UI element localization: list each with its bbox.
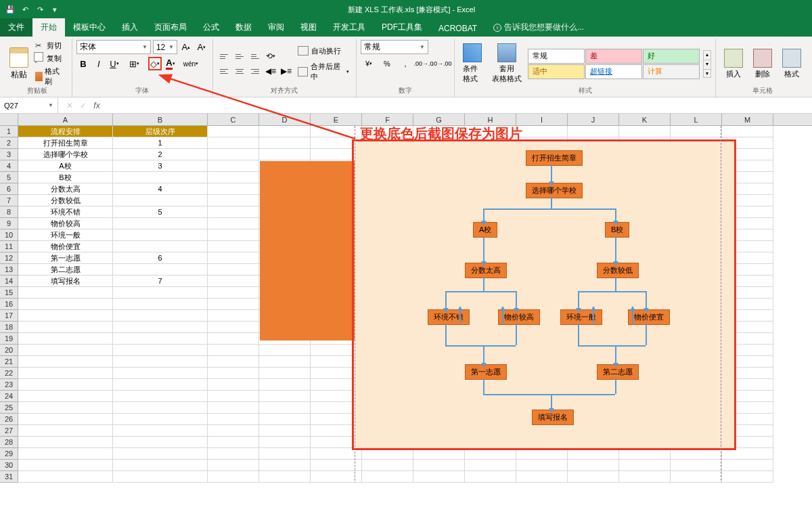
cell[interactable] bbox=[113, 229, 208, 241]
flowchart-node[interactable]: 选择哪个学校 bbox=[526, 183, 583, 198]
cell[interactable] bbox=[568, 126, 619, 137]
cell[interactable]: 填写报名 bbox=[18, 276, 113, 287]
cell[interactable] bbox=[259, 149, 311, 160]
insert-cells-button[interactable]: 插入 bbox=[720, 47, 747, 81]
border-button[interactable]: ⊞▾ bbox=[128, 57, 141, 70]
cell[interactable] bbox=[208, 229, 259, 241]
cell[interactable] bbox=[208, 172, 259, 183]
fx-button[interactable]: fx bbox=[91, 101, 103, 110]
column-header-K[interactable]: K bbox=[619, 114, 671, 125]
cell[interactable]: 6 bbox=[113, 252, 208, 264]
cell[interactable] bbox=[113, 356, 208, 368]
column-header-G[interactable]: G bbox=[413, 114, 465, 125]
underline-button[interactable]: U▾ bbox=[108, 57, 121, 70]
cell[interactable] bbox=[18, 379, 113, 391]
cell[interactable] bbox=[568, 460, 619, 471]
cell[interactable] bbox=[113, 310, 208, 322]
cell[interactable] bbox=[619, 460, 671, 471]
row-header[interactable]: 5 bbox=[0, 172, 18, 183]
cell[interactable] bbox=[413, 471, 465, 483]
cell[interactable]: 环境不错 bbox=[18, 206, 113, 218]
cell[interactable] bbox=[259, 379, 311, 391]
cell[interactable] bbox=[113, 172, 208, 183]
cell[interactable] bbox=[208, 437, 259, 448]
align-center-button[interactable] bbox=[233, 65, 246, 77]
bold-button[interactable]: B bbox=[76, 57, 90, 70]
cell[interactable] bbox=[113, 391, 208, 402]
cell[interactable]: 环境一般 bbox=[18, 229, 113, 241]
cell[interactable] bbox=[362, 460, 413, 471]
cell[interactable] bbox=[465, 460, 516, 471]
menu-data[interactable]: 数据 bbox=[227, 18, 260, 37]
cell[interactable] bbox=[113, 264, 208, 276]
paste-button[interactable]: 粘贴 bbox=[7, 46, 31, 82]
cell[interactable] bbox=[208, 206, 259, 218]
cell[interactable] bbox=[208, 356, 259, 368]
row-header[interactable]: 30 bbox=[0, 460, 18, 471]
flowchart-node[interactable]: 物价较高 bbox=[498, 309, 540, 325]
flowchart-node[interactable]: 打开招生简章 bbox=[526, 150, 583, 166]
cell[interactable] bbox=[208, 391, 259, 402]
menu-home[interactable]: 开始 bbox=[32, 18, 65, 37]
italic-button[interactable]: I bbox=[92, 57, 106, 70]
column-header-I[interactable]: I bbox=[516, 114, 568, 125]
cell[interactable] bbox=[259, 345, 311, 356]
cell[interactable] bbox=[516, 471, 568, 483]
row-header[interactable]: 6 bbox=[0, 183, 18, 195]
menu-pagelayout[interactable]: 页面布局 bbox=[146, 18, 195, 37]
cell[interactable] bbox=[619, 126, 671, 137]
style-bad[interactable]: 差 bbox=[585, 49, 642, 64]
row-header[interactable]: 9 bbox=[0, 218, 18, 229]
cell[interactable] bbox=[208, 195, 259, 206]
cell[interactable] bbox=[208, 460, 259, 471]
cell[interactable] bbox=[113, 241, 208, 252]
cell[interactable] bbox=[568, 471, 619, 483]
row-header[interactable]: 4 bbox=[0, 160, 18, 172]
cell[interactable] bbox=[113, 299, 208, 310]
flowchart-node[interactable]: 物价便宜 bbox=[628, 309, 670, 325]
redo-icon[interactable]: ↷ bbox=[34, 3, 46, 16]
align-left-button[interactable] bbox=[217, 65, 231, 77]
styles-more-button[interactable]: ▾ bbox=[704, 69, 710, 77]
align-top-button[interactable] bbox=[217, 50, 231, 62]
save-icon[interactable]: 💾 bbox=[4, 3, 16, 16]
cell[interactable] bbox=[18, 471, 113, 483]
column-header-E[interactable]: E bbox=[311, 114, 362, 125]
row-header[interactable]: 22 bbox=[0, 368, 18, 379]
cell[interactable] bbox=[208, 264, 259, 276]
cell[interactable] bbox=[208, 368, 259, 379]
cell[interactable]: 2 bbox=[113, 149, 208, 160]
cancel-icon[interactable]: ✕ bbox=[64, 101, 76, 110]
cell[interactable] bbox=[516, 126, 568, 137]
row-header[interactable]: 28 bbox=[0, 437, 18, 448]
cell[interactable] bbox=[113, 345, 208, 356]
cell[interactable]: 打开招生简章 bbox=[18, 137, 113, 149]
align-bottom-button[interactable] bbox=[248, 50, 262, 62]
cell[interactable]: 3 bbox=[113, 160, 208, 172]
row-header[interactable]: 23 bbox=[0, 379, 18, 391]
increase-font-button[interactable]: A▴ bbox=[179, 41, 193, 54]
column-header-F[interactable]: F bbox=[362, 114, 413, 125]
cell[interactable] bbox=[671, 460, 722, 471]
cell[interactable] bbox=[208, 310, 259, 322]
cell[interactable] bbox=[208, 160, 259, 172]
cell[interactable] bbox=[259, 402, 311, 414]
cell[interactable] bbox=[208, 183, 259, 195]
menu-review[interactable]: 审阅 bbox=[260, 18, 292, 37]
cell[interactable] bbox=[208, 414, 259, 425]
cell[interactable] bbox=[208, 252, 259, 264]
delete-cells-button[interactable]: 删除 bbox=[749, 47, 776, 81]
tell-me-search[interactable]: ♀ 告诉我您想要做什么... bbox=[493, 22, 584, 37]
cell[interactable] bbox=[208, 276, 259, 287]
row-header[interactable]: 19 bbox=[0, 333, 18, 345]
decrease-decimal-button[interactable]: .0→.00 bbox=[434, 57, 450, 70]
cell[interactable] bbox=[113, 287, 208, 299]
cell[interactable]: 第二志愿 bbox=[18, 264, 113, 276]
row-header[interactable]: 31 bbox=[0, 471, 18, 483]
cell[interactable] bbox=[259, 448, 311, 460]
row-header[interactable]: 26 bbox=[0, 414, 18, 425]
row-header[interactable]: 15 bbox=[0, 287, 18, 299]
cell[interactable] bbox=[113, 448, 208, 460]
format-cells-button[interactable]: 格式 bbox=[778, 47, 805, 81]
row-header[interactable]: 25 bbox=[0, 402, 18, 414]
